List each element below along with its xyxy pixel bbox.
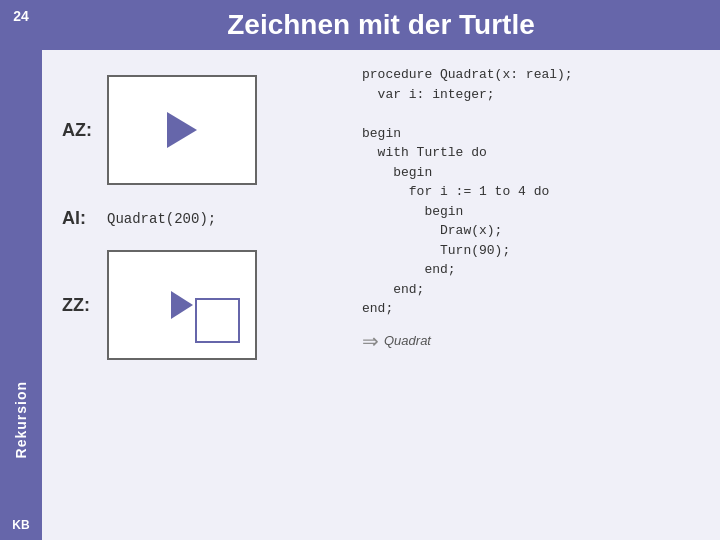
code-line-8: begin [362,204,463,219]
az-diagram-box [107,75,257,185]
arrow-row: ⇒ Quadrat [362,329,700,353]
right-column: procedure Quadrat(x: real); var i: integ… [342,60,700,530]
left-column: AZ: Al: Quadrat(200); ZZ: [62,60,342,530]
code-line-12: end; [362,282,424,297]
az-row: AZ: [62,75,342,185]
zz-diagram-box [107,250,257,360]
slide-number: 24 [13,8,29,24]
code-line-11: end; [362,262,456,277]
play-arrow-icon [167,112,197,148]
small-play-arrow-icon [171,291,193,319]
zz-row: ZZ: [62,250,342,360]
code-line-10: Turn(90); [362,243,510,258]
al-row: Al: Quadrat(200); [62,208,342,229]
code-line-13: end; [362,301,393,316]
sidebar-section-label: Rekursion [13,381,29,458]
az-label: AZ: [62,120,97,141]
sidebar: 24 Rekursion KB [0,0,42,540]
al-code: Quadrat(200); [107,211,216,227]
code-line-9: Draw(x); [362,223,502,238]
small-square [195,298,240,343]
code-line-1: procedure Quadrat(x: real); [362,67,573,82]
main-content: Zeichnen mit der Turtle AZ: Al: Quadrat(… [42,0,720,540]
code-line-4: begin [362,126,401,141]
code-block: procedure Quadrat(x: real); var i: integ… [362,65,700,319]
header: Zeichnen mit der Turtle [42,0,720,50]
kb-label: KB [12,518,29,532]
zz-label: ZZ: [62,295,97,316]
code-line-7: for i := 1 to 4 do [362,184,549,199]
content-area: AZ: Al: Quadrat(200); ZZ: procedu [42,50,720,540]
code-line-6: begin [362,165,432,180]
arrow-label: Quadrat [384,333,431,348]
double-arrow-icon: ⇒ [362,329,379,353]
code-line-5: with Turtle do [362,145,487,160]
al-label: Al: [62,208,97,229]
page-title: Zeichnen mit der Turtle [227,9,535,41]
code-line-2: var i: integer; [362,87,495,102]
